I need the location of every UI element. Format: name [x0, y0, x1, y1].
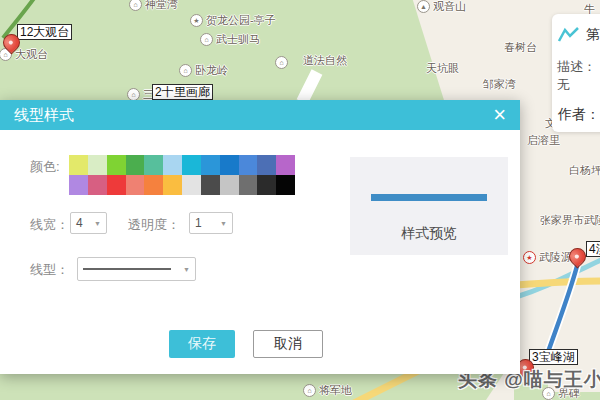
color-swatch[interactable]: [276, 175, 295, 195]
color-swatch[interactable]: [276, 155, 295, 175]
description-label: 描述：: [557, 58, 596, 76]
marker-label[interactable]: 12大观台: [17, 24, 72, 40]
color-swatch[interactable]: [126, 155, 145, 175]
close-icon[interactable]: ×: [493, 105, 506, 125]
map-app-screen: ⌂神堂湾★贺龙公园-亭子⌂武士驯马⌂卧龙岭⌂三姑⌂▲观音山道法自然春树台天坑眼邹…: [0, 0, 600, 400]
color-swatch[interactable]: [182, 155, 201, 175]
dialog-header: 线型样式 ×: [0, 100, 520, 130]
color-swatch[interactable]: [220, 175, 239, 195]
yellow-road: [516, 281, 600, 285]
map-label: 张家界市武陵源: [540, 213, 600, 228]
line-style-dialog: 线型样式 × 颜色: 线宽： 4 ▼ 透明度： 1 ▼ 线型： ▼ 样式预览 保…: [0, 100, 520, 374]
preview-label: 样式预览: [350, 225, 508, 243]
line-type-select[interactable]: ▼: [77, 257, 196, 281]
opacity-value: 1: [195, 216, 202, 230]
map-label: 春树台: [504, 40, 537, 55]
pavilion-icon: ⌂: [275, 56, 288, 69]
cancel-button[interactable]: 取消: [253, 330, 323, 358]
pavilion-icon: ⌂: [129, 0, 142, 11]
route-title: 第: [586, 26, 600, 44]
map-label-text: 张家界市武陵源: [540, 213, 600, 228]
color-swatch[interactable]: [88, 155, 107, 175]
map-label-text: 天坑眼: [426, 61, 459, 76]
map-label: 天坑眼: [426, 61, 459, 76]
marker-label[interactable]: 4溪: [586, 241, 600, 257]
mountain-icon: ▲: [417, 0, 430, 13]
map-label: ⌂将军地: [303, 383, 352, 398]
white-road: [302, 72, 317, 102]
color-swatch[interactable]: [107, 175, 126, 195]
color-palette: [69, 155, 295, 195]
opacity-label: 透明度：: [128, 216, 180, 234]
chevron-down-icon: ▼: [220, 220, 227, 227]
route-info-panel[interactable]: 第 描述： 无 作者：: [552, 14, 600, 132]
map-label-text: 卧龙岭: [195, 63, 228, 78]
map-label-text: 贺龙公园-亭子: [206, 13, 276, 28]
map-label-text: 神堂湾: [145, 0, 178, 12]
marker-label[interactable]: 2十里画廊: [152, 84, 213, 100]
line-type-label: 线型：: [30, 261, 69, 279]
marker-label[interactable]: 3宝峰湖: [529, 349, 578, 365]
color-swatch[interactable]: [163, 175, 182, 195]
map-label: 邹家湾: [483, 77, 516, 92]
color-swatch[interactable]: [88, 175, 107, 195]
color-swatch[interactable]: [257, 155, 276, 175]
chevron-down-icon: ▼: [183, 266, 190, 273]
style-preview-panel: 样式预览: [350, 157, 508, 255]
author-label: 作者：: [558, 106, 600, 124]
line-width-select[interactable]: 4 ▼: [70, 212, 107, 234]
save-button[interactable]: 保存: [169, 330, 235, 358]
color-swatch[interactable]: [201, 155, 220, 175]
color-swatch[interactable]: [257, 175, 276, 195]
color-swatch[interactable]: [220, 155, 239, 175]
color-swatch[interactable]: [144, 155, 163, 175]
description-value: 无: [557, 76, 570, 94]
map-label: 道法自然: [303, 53, 347, 68]
map-label-text: 大观台: [15, 47, 48, 62]
map-label-text: 启溶里: [527, 133, 560, 148]
map-label-text: 观音山: [433, 0, 466, 14]
map-label-text: 春树台: [504, 40, 537, 55]
map-label: ▲观音山: [417, 0, 466, 14]
dialog-title: 线型样式: [14, 106, 74, 125]
color-swatch[interactable]: [182, 175, 201, 195]
star-icon: ★: [190, 14, 203, 27]
map-label: ★贺龙公园-亭子: [190, 13, 276, 28]
color-swatch[interactable]: [201, 175, 220, 195]
preview-line: [371, 194, 487, 201]
color-swatch[interactable]: [69, 155, 88, 175]
solid-line-sample: [83, 268, 171, 270]
opacity-select[interactable]: 1 ▼: [189, 212, 233, 234]
color-swatch[interactable]: [163, 155, 182, 175]
pavilion-icon: ⌂: [179, 64, 192, 77]
line-width-value: 4: [76, 216, 83, 230]
pavilion-icon: ⌂: [303, 384, 316, 397]
map-label: ⌂神堂湾: [129, 0, 178, 12]
map-label-text: 将军地: [319, 383, 352, 398]
color-swatch[interactable]: [144, 175, 163, 195]
color-swatch[interactable]: [239, 175, 258, 195]
line-width-label: 线宽：: [30, 216, 69, 234]
map-label-text: 白杨坪: [569, 163, 600, 178]
map-label-text: 武士驯马: [216, 32, 260, 47]
color-swatch[interactable]: [239, 155, 258, 175]
map-label: ⌂武士驯马: [200, 32, 260, 47]
map-label: 启溶里: [527, 133, 560, 148]
map-label: ⌂卧龙岭: [179, 63, 228, 78]
map-label: 白杨坪: [569, 163, 600, 178]
color-label: 颜色:: [30, 158, 60, 176]
map-label-text: 道法自然: [303, 53, 347, 68]
color-swatch[interactable]: [107, 155, 126, 175]
star-red-icon: ★: [523, 251, 536, 264]
polyline-icon: [557, 26, 581, 44]
chevron-down-icon: ▼: [94, 220, 101, 227]
color-swatch[interactable]: [126, 175, 145, 195]
pavilion-icon: ⌂: [200, 33, 213, 46]
color-swatch[interactable]: [69, 175, 88, 195]
map-label-text: 邹家湾: [483, 77, 516, 92]
map-label: ⌂: [275, 56, 291, 69]
